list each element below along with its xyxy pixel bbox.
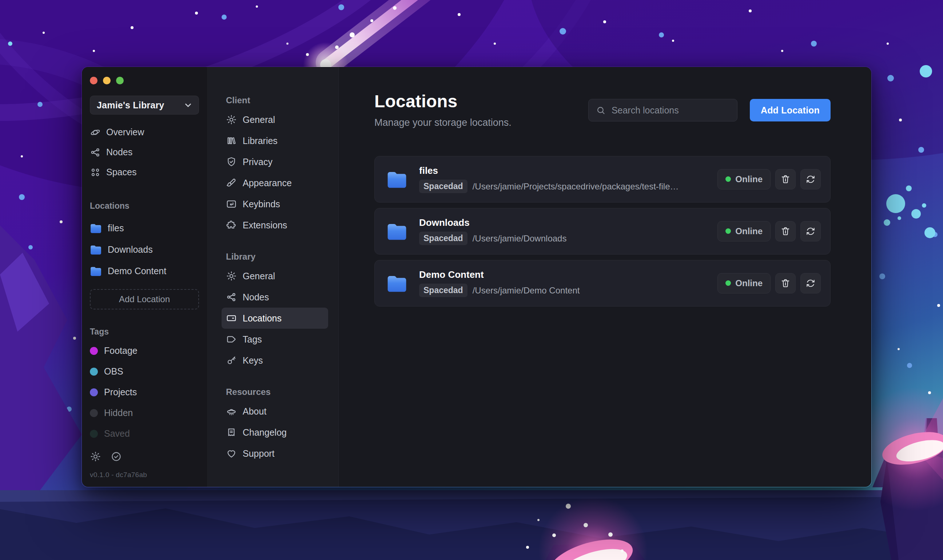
delete-location-button[interactable]: [775, 273, 796, 294]
rescan-location-button[interactable]: [800, 273, 821, 294]
sidebar-add-location-button[interactable]: Add Location: [90, 289, 199, 309]
location-card-downloads[interactable]: Downloads Spacedad /Users/jamie/Download…: [374, 208, 831, 255]
settings-item-support[interactable]: Support: [222, 443, 328, 464]
sidebar-nav: Overview Nodes Spaces: [90, 122, 199, 182]
settings-item-keybinds[interactable]: Keybinds: [222, 194, 328, 215]
settings-section-client: Client General Libraries Privacy Appeara…: [222, 95, 328, 235]
zoom-window-button[interactable]: [116, 77, 124, 85]
node-badge: Spacedad: [419, 284, 467, 297]
page-subtitle: Manage your storage locations.: [374, 117, 512, 128]
delete-location-button[interactable]: [775, 221, 796, 242]
settings-item-about[interactable]: About: [222, 401, 328, 422]
ufo-icon: [226, 406, 237, 417]
online-dot: [726, 280, 731, 286]
sidebar-tag-hidden[interactable]: Hidden: [90, 403, 199, 423]
tag-icon: [226, 334, 237, 345]
settings-item-label: General: [243, 115, 275, 125]
search-locations-box: [588, 99, 737, 122]
settings-section-heading: Library: [226, 252, 328, 262]
location-name: Demo Content: [419, 269, 579, 280]
library-selector[interactable]: Jamie's Library: [90, 95, 199, 115]
rescan-location-button[interactable]: [800, 221, 821, 242]
search-locations-input[interactable]: [611, 105, 730, 116]
sidebar-location-demo-content[interactable]: Demo Content: [90, 260, 199, 282]
tag-color-dot: [90, 347, 98, 355]
sidebar-tags-list: Footage OBS Projects Hidden Saved: [90, 340, 199, 444]
tag-color-dot: [90, 388, 98, 396]
sidebar-tag-projects[interactable]: Projects: [90, 382, 199, 403]
check-circle-icon[interactable]: [111, 451, 122, 462]
sidebar-tag-obs[interactable]: OBS: [90, 361, 199, 382]
settings-item-appearance[interactable]: Appearance: [222, 172, 328, 194]
return-key-icon: [226, 198, 237, 209]
tag-color-dot: [90, 430, 98, 438]
node-badge: Spacedad: [419, 232, 467, 245]
settings-item-locations[interactable]: Locations: [222, 308, 328, 329]
library-selector-label: Jamie's Library: [97, 100, 164, 111]
settings-item-label: General: [243, 271, 275, 282]
chevron-down-icon: [183, 100, 193, 110]
location-name: files: [419, 165, 679, 176]
settings-item-label: Support: [243, 448, 275, 459]
location-path: /Users/jamie/Projects/spacedrive/package…: [473, 182, 679, 192]
locations-list: files Spacedad /Users/jamie/Projects/spa…: [374, 156, 831, 306]
settings-item-client-general[interactable]: General: [222, 109, 328, 130]
settings-nav: Client General Libraries Privacy Appeara…: [207, 67, 339, 487]
trash-icon: [780, 278, 790, 288]
settings-item-label: About: [243, 406, 266, 417]
sidebar-tag-footage[interactable]: Footage: [90, 340, 199, 361]
settings-gear-icon[interactable]: [90, 451, 101, 462]
sidebar-item-nodes[interactable]: Nodes: [90, 142, 199, 162]
key-icon: [226, 355, 237, 366]
settings-item-tags[interactable]: Tags: [222, 329, 328, 350]
settings-item-extensions[interactable]: Extensions: [222, 215, 328, 235]
settings-item-label: Changelog: [243, 427, 287, 438]
sidebar-item-label: Overview: [106, 127, 144, 137]
shield-check-icon: [226, 156, 237, 167]
minimize-window-button[interactable]: [103, 77, 111, 85]
sidebar-locations-list: files Downloads Demo Content: [90, 217, 199, 282]
share-nodes-icon: [226, 292, 237, 303]
settings-item-label: Locations: [243, 313, 282, 324]
location-card-demo-content[interactable]: Demo Content Spacedad /Users/jamie/Demo …: [374, 260, 831, 306]
books-icon: [226, 135, 237, 146]
settings-item-changelog[interactable]: Changelog: [222, 422, 328, 443]
settings-item-library-general[interactable]: General: [222, 265, 328, 286]
window-controls: [90, 67, 199, 85]
settings-item-libraries[interactable]: Libraries: [222, 130, 328, 151]
sidebar-item-overview[interactable]: Overview: [90, 122, 199, 142]
sidebar-location-files[interactable]: files: [90, 217, 199, 239]
settings-item-privacy[interactable]: Privacy: [222, 151, 328, 172]
settings-item-label: Tags: [243, 334, 262, 345]
location-path: /Users/jamie/Demo Content: [473, 285, 580, 295]
refresh-icon: [806, 174, 816, 185]
online-dot: [726, 176, 731, 182]
page-header: Locations Manage your storage locations.…: [374, 92, 831, 128]
delete-location-button[interactable]: [775, 169, 796, 189]
add-location-button[interactable]: Add Location: [750, 99, 831, 122]
sidebar-locations-heading: Locations: [90, 201, 199, 211]
settings-item-label: Libraries: [243, 135, 277, 146]
close-window-button[interactable]: [90, 77, 97, 85]
sidebar-location-downloads[interactable]: Downloads: [90, 239, 199, 260]
settings-item-library-nodes[interactable]: Nodes: [222, 286, 328, 308]
location-name: Downloads: [419, 217, 567, 228]
paintbrush-icon: [226, 177, 237, 188]
sidebar-tag-saved[interactable]: Saved: [90, 423, 199, 444]
heart-icon: [226, 448, 237, 459]
settings-item-label: Keybinds: [243, 199, 280, 209]
online-dot: [726, 228, 731, 234]
settings-item-label: Privacy: [243, 157, 273, 167]
node-badge: Spacedad: [419, 180, 467, 193]
folder-icon: [90, 223, 102, 233]
sidebar-item-spaces[interactable]: Spaces: [90, 162, 199, 182]
location-card-files[interactable]: files Spacedad /Users/jamie/Projects/spa…: [374, 156, 831, 203]
rescan-location-button[interactable]: [800, 169, 821, 189]
planet-icon: [90, 127, 101, 138]
gear-icon: [226, 114, 237, 125]
sidebar-item-label: Spaces: [106, 167, 136, 177]
settings-item-keys[interactable]: Keys: [222, 350, 328, 371]
status-label: Online: [735, 278, 763, 288]
sidebar-footer: v0.1.0 - dc7a76ab: [90, 451, 199, 479]
sidebar: Jamie's Library Overview Nodes: [82, 67, 207, 487]
